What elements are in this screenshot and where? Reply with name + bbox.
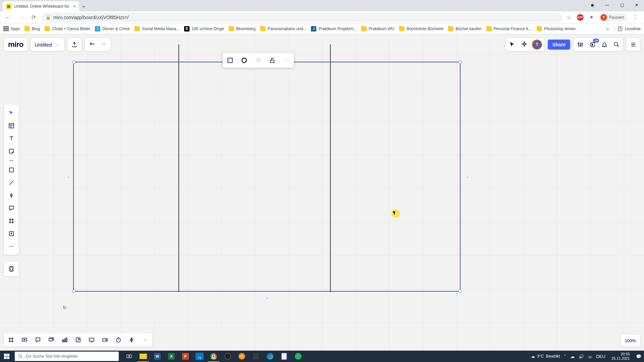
attention-button[interactable] (87, 336, 96, 344)
redo-button[interactable] (98, 39, 108, 50)
line-tool[interactable] (5, 177, 17, 189)
mid-handle[interactable] (467, 177, 468, 178)
apps-shortcut[interactable]: Apps (3, 26, 20, 32)
bookmark-item[interactable]: Bücherliste Bücherei (399, 26, 443, 31)
extensions-icon[interactable]: ✦ (588, 14, 595, 21)
bookmark-item[interactable]: Social Media Mana... (135, 26, 179, 31)
obs-app[interactable] (221, 351, 235, 362)
bookmark-item[interactable]: Personal Finance K... (486, 26, 532, 31)
comments-panel-button[interactable] (34, 336, 42, 344)
export-button[interactable] (67, 38, 82, 51)
weather-widget[interactable]: ☁ 3°C Bewölkt (531, 354, 560, 359)
reactions-button[interactable] (520, 41, 528, 49)
calendar-app[interactable]: 73 (193, 351, 207, 362)
comments-button[interactable]: ? 14 (588, 41, 596, 49)
bookmark-item[interactable]: Bücher kaufen (448, 26, 481, 31)
frames-panel-button[interactable] (7, 336, 15, 344)
clock[interactable]: 20:55 25.11.2021 (609, 352, 632, 361)
bookmark-item[interactable]: Praktikum WU (361, 26, 394, 31)
reading-list-button[interactable]: Leseliste (618, 26, 641, 32)
cursor-mode-button[interactable] (508, 41, 516, 49)
volume-icon[interactable]: 🔊 (579, 354, 584, 359)
sticky-tool[interactable] (5, 145, 17, 157)
upload-tool[interactable] (5, 228, 17, 240)
share-button[interactable]: Share (548, 40, 570, 50)
action-center-icon[interactable]: 💬 (636, 354, 641, 359)
pen-tool[interactable] (5, 189, 17, 201)
close-window-button[interactable]: ✕ (629, 0, 644, 10)
templates-tool[interactable] (5, 120, 17, 132)
miro-logo[interactable]: miro (4, 38, 28, 51)
resize-handle-bl[interactable] (72, 289, 75, 293)
menu-icon[interactable]: ⋮ (632, 14, 639, 21)
maximize-button[interactable]: ▢ (614, 0, 629, 10)
rotate-handle[interactable]: ↻ (62, 305, 67, 310)
bookmark-item[interactable]: Blog (24, 26, 40, 31)
bookmark-item[interactable]: JDinner & Crime (95, 26, 130, 32)
notepad-app[interactable] (277, 351, 291, 362)
bookmark-item[interactable]: Photoshop lernen (537, 26, 576, 31)
minimize-button[interactable]: — (600, 0, 614, 10)
chrome-app[interactable] (207, 351, 221, 362)
excel-app[interactable]: X (164, 351, 178, 362)
spotify-app[interactable] (291, 351, 305, 362)
timer-button[interactable] (114, 336, 123, 344)
comment-tool[interactable] (5, 202, 17, 214)
settings-button[interactable] (576, 41, 584, 49)
user-avatar[interactable]: T (532, 40, 542, 49)
resize-handle-br[interactable] (458, 289, 462, 293)
chart-button[interactable] (60, 336, 69, 344)
text-tool[interactable] (5, 132, 17, 144)
board-title-box[interactable]: Untitled ☆ (31, 38, 64, 51)
search-button[interactable] (612, 41, 621, 49)
star-icon[interactable]: ☆ (55, 42, 60, 48)
cards-button[interactable] (47, 336, 56, 344)
undo-button[interactable] (87, 39, 98, 50)
bookmark-item[interactable]: Panoramabahn und... (260, 26, 306, 31)
bookmarks-overflow-icon[interactable]: » (605, 26, 610, 32)
forward-button[interactable]: → (16, 13, 25, 22)
profile-button[interactable]: T Pausiert (600, 13, 627, 21)
app-icon-2[interactable] (249, 351, 263, 362)
bookmark-star-icon[interactable]: ☆ (566, 14, 572, 21)
shape-tool[interactable] (5, 164, 17, 176)
edge-app[interactable] (263, 351, 277, 362)
voting-button[interactable] (127, 336, 136, 344)
reload-button[interactable]: ⟳ (29, 13, 38, 22)
explorer-app[interactable] (136, 351, 150, 362)
context-more-button[interactable] (282, 56, 291, 65)
frame-tool[interactable] (5, 215, 17, 227)
url-field[interactable]: 🔒 miro.com/app/board/uXjVOf85Hzs=/ (42, 13, 562, 22)
back-button[interactable]: ← (3, 13, 13, 22)
browser-tab[interactable]: m Untitled, Online Whiteboard for × (3, 1, 79, 11)
onedrive-icon[interactable]: ☁ (570, 354, 575, 359)
zoom-level[interactable]: 100% (621, 335, 640, 347)
language-indicator[interactable]: DEU (596, 354, 605, 359)
notifications-button[interactable] (600, 41, 608, 49)
bookmark-item[interactable]: JPraktikum Projektm... (311, 26, 357, 32)
task-view-button[interactable] (122, 351, 136, 362)
border-color-button[interactable] (239, 56, 249, 65)
share-embed-button[interactable] (74, 336, 83, 344)
mid-handle[interactable] (68, 177, 69, 178)
bookmark-item[interactable]: Bloomberg (229, 26, 256, 31)
new-tab-button[interactable]: + (79, 2, 89, 11)
resize-handle-tr[interactable] (458, 61, 462, 64)
resize-handle-tl[interactable] (72, 61, 75, 64)
presentation-button[interactable] (20, 336, 29, 344)
mid-handle[interactable] (267, 298, 268, 299)
word-app[interactable]: W (150, 351, 164, 362)
apps-tool[interactable] (4, 261, 19, 276)
taskbar-search[interactable]: Zur Suche Text hier eingeben (15, 352, 119, 361)
incognito-icon[interactable]: ◉ (585, 0, 600, 10)
wifi-icon[interactable]: ⚍ (588, 354, 592, 359)
tray-overflow-icon[interactable]: ˄ (564, 354, 566, 359)
select-tool[interactable] (5, 107, 17, 119)
close-tab-icon[interactable]: × (73, 4, 76, 9)
video-button[interactable] (101, 336, 109, 344)
powerpoint-app[interactable]: P (178, 351, 193, 362)
frame-style-button[interactable] (225, 56, 235, 65)
collapse-toolbar-button[interactable]: ‹‹ (141, 336, 150, 344)
bookmark-item[interactable]: B100 schöne Dinge (184, 26, 224, 32)
bookmark-item[interactable]: Cload + Canva Bilder (45, 26, 90, 31)
